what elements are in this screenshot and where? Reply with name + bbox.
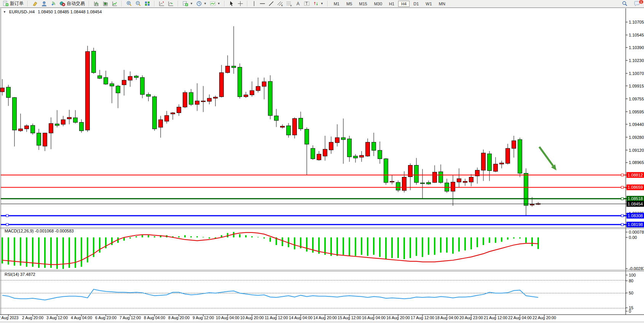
time-axis-label: 22 Aug 04:00 bbox=[508, 315, 532, 320]
macd-signal-line bbox=[2, 232, 538, 264]
time-axis-label: 8 Aug 20:00 bbox=[168, 315, 190, 320]
candle-body bbox=[329, 142, 333, 150]
candle-body bbox=[147, 94, 151, 96]
candle-body bbox=[98, 76, 102, 78]
candle-body bbox=[73, 118, 78, 123]
time-axis-label: 10 Aug 04:00 bbox=[216, 315, 239, 320]
candle-body bbox=[37, 133, 41, 145]
candle-body bbox=[287, 126, 291, 135]
time-axis-label: 16 Aug 20:00 bbox=[386, 315, 410, 320]
time-axis-label: 18 Aug 04:00 bbox=[435, 315, 459, 320]
candle-body bbox=[104, 78, 108, 84]
macd-indicator-label: MACD(12,26,9) -0.001068 -0.000583 bbox=[5, 229, 74, 233]
candle-body bbox=[207, 98, 212, 101]
candle-body bbox=[518, 140, 522, 173]
candle-body bbox=[67, 118, 72, 119]
candle-body bbox=[494, 164, 498, 171]
candle-body bbox=[317, 154, 321, 160]
candle-body bbox=[92, 51, 96, 72]
line-handle[interactable] bbox=[6, 223, 8, 226]
candle-body bbox=[396, 183, 400, 190]
price-axis-label: 1.09915 bbox=[629, 84, 644, 88]
candle-body bbox=[305, 129, 309, 144]
price-axis-label: 1.09120 bbox=[629, 148, 644, 153]
candle-body bbox=[354, 156, 358, 158]
candle-body bbox=[384, 159, 388, 182]
candle-body bbox=[177, 107, 181, 113]
candle-body bbox=[110, 84, 114, 86]
level-price-label: 1.08659 bbox=[628, 185, 643, 189]
line-handle[interactable] bbox=[6, 215, 8, 217]
candle-body bbox=[25, 126, 29, 129]
rsi-axis-label: 0 bbox=[629, 309, 631, 313]
candle-body bbox=[274, 116, 279, 120]
line-handle[interactable] bbox=[621, 197, 623, 200]
candle-body bbox=[183, 92, 187, 107]
candle-body bbox=[281, 126, 285, 127]
trend-arrow-line[interactable] bbox=[539, 147, 553, 166]
candle-body bbox=[433, 172, 437, 182]
candle-body bbox=[116, 86, 120, 93]
candle-body bbox=[348, 139, 352, 157]
line-handle[interactable] bbox=[621, 223, 623, 226]
rsi-axis-label: 80 bbox=[629, 278, 633, 283]
time-axis-label: 3 Aug 12:00 bbox=[46, 315, 68, 320]
time-axis-label: 4 Aug 04:00 bbox=[71, 315, 92, 320]
macd-axis-label: 0.00 bbox=[629, 235, 637, 240]
candle-body bbox=[506, 148, 510, 163]
candle-body bbox=[140, 78, 145, 94]
time-axis-label: 2 Aug 2023 bbox=[0, 315, 19, 320]
candle-body bbox=[220, 73, 224, 97]
candle-body bbox=[341, 138, 346, 140]
candle-body bbox=[232, 66, 236, 68]
candle-body bbox=[500, 163, 504, 164]
candle-body bbox=[171, 113, 175, 114]
candle-body bbox=[457, 179, 461, 182]
candle-body bbox=[463, 181, 467, 183]
rsi-indicator-label: RSI(14) 37.4872 bbox=[5, 272, 35, 277]
candle-body bbox=[244, 95, 248, 97]
candle-body bbox=[61, 120, 65, 124]
candle-body bbox=[402, 177, 406, 191]
time-axis-label: 20 Aug 23:00 bbox=[459, 315, 483, 320]
chart-symbol-period: EURUSD-,H4 bbox=[9, 10, 35, 14]
candle-body bbox=[214, 97, 218, 98]
line-handle[interactable] bbox=[621, 215, 623, 217]
price-axis-label: 1.09280 bbox=[629, 135, 644, 140]
candle-body bbox=[299, 118, 303, 129]
level-price-label: 1.08812 bbox=[628, 173, 643, 177]
candle-body bbox=[439, 172, 443, 182]
candle-body bbox=[238, 67, 242, 97]
mt4-window: 新订单 bbox=[0, 0, 644, 323]
chart-dropdown-icon[interactable]: ▼ bbox=[3, 10, 6, 14]
candle-body bbox=[19, 129, 23, 131]
time-axis-label: 22 Aug 20:00 bbox=[532, 315, 556, 320]
candle-body bbox=[323, 149, 327, 156]
time-axis-label: 8 Aug 04:00 bbox=[144, 315, 165, 320]
level-price-label: 1.08518 bbox=[628, 196, 643, 201]
candle-body bbox=[512, 141, 516, 148]
candle-body bbox=[469, 177, 473, 182]
candle-body bbox=[55, 124, 59, 126]
price-axis-label: 1.10545 bbox=[629, 33, 644, 37]
macd-values: -0.001068 -0.000583 bbox=[35, 229, 73, 233]
time-axis-label: 9 Aug 12:00 bbox=[193, 315, 214, 320]
time-axis-label: 17 Aug 12:00 bbox=[411, 315, 434, 320]
time-axis-label: 21 Aug 12:00 bbox=[484, 315, 507, 320]
rsi-line bbox=[2, 289, 538, 300]
price-axis-label: 1.10390 bbox=[629, 45, 644, 50]
candle-body bbox=[481, 153, 486, 170]
time-axis-label: 7 Aug 12:00 bbox=[120, 315, 141, 320]
price-axis-label: 1.08965 bbox=[629, 160, 644, 165]
rsi-name: RSI(14) bbox=[5, 272, 19, 277]
candle-body bbox=[153, 97, 157, 129]
line-handle[interactable] bbox=[621, 174, 623, 176]
candle-body bbox=[250, 91, 254, 95]
candle-body bbox=[165, 116, 169, 121]
candle-body bbox=[122, 80, 126, 85]
macd-axis-label: 0.00078 bbox=[629, 230, 644, 234]
time-axis-label: 2 Aug 20:00 bbox=[22, 315, 43, 320]
line-handle[interactable] bbox=[621, 186, 623, 188]
rsi-axis-label: 100 bbox=[629, 273, 636, 277]
candle-body bbox=[128, 76, 132, 80]
